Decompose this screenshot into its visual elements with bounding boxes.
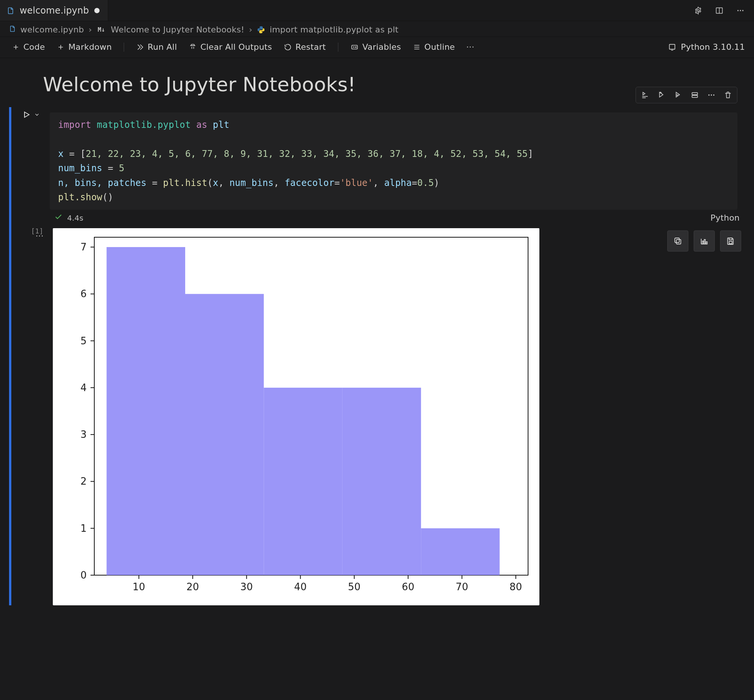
svg-rect-17 [421,528,499,575]
kernel-label: Python 3.10.11 [681,42,745,52]
toolbar-more-button[interactable]: ··· [464,42,477,52]
breadcrumb-file[interactable]: welcome.ipynb [20,25,84,34]
cell-status-bar: 4.4s Python [18,210,745,226]
cell-language-label[interactable]: Python [711,213,740,222]
editor-tab[interactable]: welcome.ipynb [0,0,108,21]
svg-text:20: 20 [186,581,199,592]
cell-output: ··· 102030405060708001234567 [18,226,745,605]
svg-text:1: 1 [80,523,87,534]
svg-text:80: 80 [509,581,522,592]
notebook-file-icon [9,25,16,34]
svg-text:7: 7 [80,241,87,253]
svg-point-9 [709,94,710,95]
code-editor[interactable]: import matplotlib.pyplot as plt x = [21,… [50,112,737,210]
clear-all-outputs-button[interactable]: Clear All Outputs [186,41,275,53]
svg-rect-52 [702,241,704,244]
svg-text:30: 30 [240,581,253,592]
svg-point-3 [740,10,741,11]
svg-rect-53 [704,239,706,244]
page-title: Welcome to Jupyter Notebooks! [9,66,745,107]
editor-tab-title: welcome.ipynb [20,5,89,16]
toolbar-label: Variables [363,42,401,52]
execute-below-icon[interactable] [671,88,685,102]
execution-count: [1] [31,227,43,235]
divider [338,43,338,52]
svg-point-0 [697,9,699,12]
cell-action-bar [635,87,737,103]
toolbar-label: Clear All Outputs [200,42,272,52]
status-ok-icon [54,213,63,223]
svg-rect-15 [264,388,342,575]
more-icon[interactable] [705,88,718,102]
svg-text:0: 0 [80,569,87,581]
toolbar-label: Run All [147,42,177,52]
svg-rect-54 [706,242,707,244]
svg-text:10: 10 [132,581,145,592]
toolbar-label: Outline [424,42,455,52]
save-image-icon[interactable] [720,230,741,252]
gear-icon[interactable] [691,4,705,17]
cell-focus-indicator [9,107,11,605]
open-plot-viewer-icon[interactable] [694,230,715,252]
run-all-button[interactable]: Run All [133,41,180,53]
svg-rect-13 [106,247,185,575]
editor-tab-bar: welcome.ipynb [0,0,754,21]
svg-rect-14 [185,294,264,575]
divider [124,43,124,52]
add-markdown-cell-button[interactable]: Markdown [54,41,115,53]
notebook-file-icon [7,6,14,15]
editor-title-actions [685,0,754,21]
toolbar-label: Markdown [68,42,112,52]
svg-rect-16 [342,388,421,575]
svg-text:60: 60 [402,581,414,592]
svg-rect-5 [352,45,357,49]
run-cell-button[interactable] [22,110,40,119]
svg-text:70: 70 [456,581,468,592]
toolbar-label: Code [23,42,45,52]
restart-kernel-button[interactable]: Restart [281,41,329,53]
notebook-body: Welcome to Jupyter Notebooks! [0,58,754,620]
output-plot: 102030405060708001234567 [53,228,540,605]
svg-text:6: 6 [80,289,87,300]
execute-above-icon[interactable] [655,88,668,102]
chevron-right-icon: › [249,25,252,34]
svg-text:2: 2 [80,476,87,487]
variables-button[interactable]: Variables [347,41,404,53]
output-actions [667,230,741,252]
svg-rect-7 [692,93,698,95]
split-editor-icon[interactable] [712,4,726,17]
split-cell-icon[interactable] [688,88,702,102]
svg-text:50: 50 [348,581,360,592]
python-icon [257,26,265,34]
svg-point-2 [737,10,738,11]
svg-text:40: 40 [294,581,306,592]
svg-rect-6 [670,44,675,49]
svg-rect-55 [729,241,732,244]
svg-point-10 [711,94,712,95]
outline-button[interactable]: Outline [410,41,458,53]
markdown-icon: M↓ [97,26,106,34]
svg-rect-51 [675,238,679,242]
breadcrumb: welcome.ipynb › M↓ Welcome to Jupyter No… [0,21,754,37]
svg-text:5: 5 [80,335,87,347]
svg-text:4: 4 [80,382,87,394]
execution-duration: 4.4s [67,214,83,222]
svg-rect-50 [676,239,681,244]
more-icon[interactable] [734,4,747,17]
svg-point-4 [742,10,743,11]
notebook-toolbar: Code Markdown Run All Clear All Outputs … [0,37,754,58]
unsaved-dot-icon [94,8,100,13]
chevron-right-icon: › [89,25,92,34]
add-code-cell-button[interactable]: Code [9,41,48,53]
run-by-line-icon[interactable] [638,88,652,102]
breadcrumb-code[interactable]: import matplotlib.pyplot as plt [270,25,399,34]
copy-output-icon[interactable] [667,230,688,252]
breadcrumb-section[interactable]: Welcome to Jupyter Notebooks! [111,25,244,34]
svg-text:3: 3 [80,429,87,441]
delete-cell-icon[interactable] [721,88,735,102]
kernel-picker[interactable]: Python 3.10.11 [668,42,745,52]
svg-rect-8 [692,95,698,97]
code-cell: import matplotlib.pyplot as plt x = [21,… [9,107,745,605]
toolbar-label: Restart [295,42,325,52]
svg-point-11 [713,94,714,95]
